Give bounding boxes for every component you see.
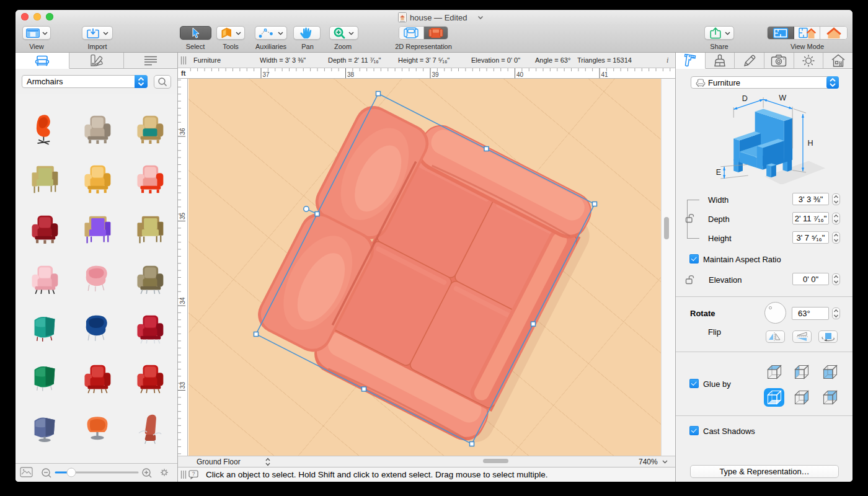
- svg-text:39: 39: [432, 71, 440, 78]
- svg-text:E: E: [716, 168, 721, 177]
- svg-text:38: 38: [347, 71, 355, 78]
- svg-text:36: 36: [179, 128, 186, 135]
- svg-text:35: 35: [179, 212, 186, 219]
- svg-text:D: D: [742, 94, 748, 103]
- svg-text:?: ?: [192, 471, 195, 477]
- svg-text:H: H: [808, 139, 813, 148]
- svg-text:34: 34: [179, 297, 186, 304]
- svg-text:33: 33: [179, 381, 186, 389]
- svg-text:41: 41: [601, 71, 609, 78]
- svg-text:37: 37: [263, 71, 270, 78]
- svg-text:W: W: [779, 94, 786, 102]
- svg-text:40: 40: [516, 71, 524, 78]
